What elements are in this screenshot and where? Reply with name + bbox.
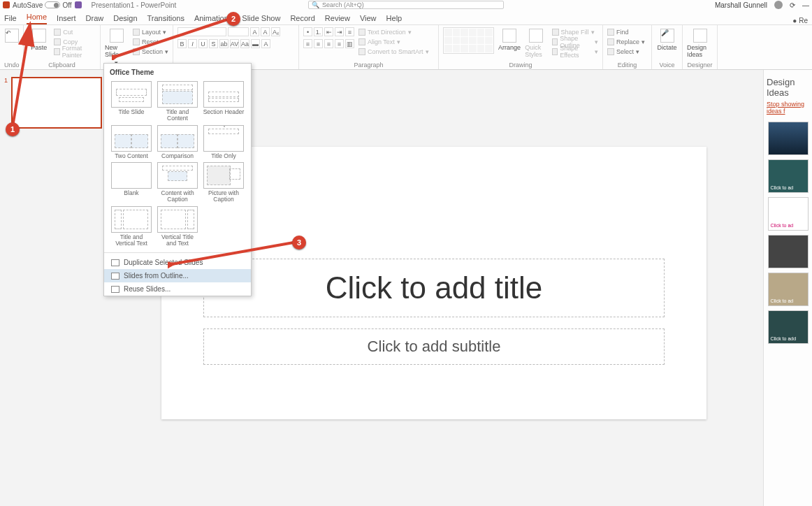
italic-button[interactable]: I [188,39,197,48]
columns-button[interactable]: ▥ [345,39,354,48]
tab-insert[interactable]: Insert [57,12,76,24]
bold-button[interactable]: B [177,39,187,48]
design-idea-thumb[interactable] [768,122,809,155]
cut-icon [54,29,61,36]
indent-inc-button[interactable]: ⇥ [335,27,344,36]
clear-format-button[interactable]: Aᵪ [271,27,280,36]
layout-picture-caption[interactable]: Picture with Caption [202,162,245,203]
numbering-button[interactable]: 1. [314,27,323,36]
find-icon [607,29,614,36]
window-min-icon[interactable]: — [802,1,809,9]
thumb-index: 1 [4,77,8,84]
outline-icon [111,273,119,280]
design-ideas-button[interactable]: Design Ideas [687,27,713,58]
reset-button[interactable]: Reset [133,37,168,46]
tab-file[interactable]: File [4,12,17,24]
font-color-button[interactable]: A [261,39,270,48]
select-button[interactable]: Select ▾ [607,47,645,56]
design-idea-thumb[interactable]: Click to ad [768,159,809,193]
convert-smartart-button[interactable]: Convert to SmartArt ▾ [358,47,429,56]
design-idea-thumb[interactable]: Click to ad [768,197,809,231]
group-undo-label: Undo [4,61,19,68]
tab-slideshow[interactable]: Slide Show [242,12,280,24]
tab-help[interactable]: Help [386,12,403,24]
dictate-button[interactable]: 🎤Dictate [656,27,678,51]
quick-styles-icon [529,29,543,43]
ribbon-tabs: File Home Insert Draw Design Transitions… [0,10,812,25]
avatar[interactable] [774,1,783,9]
replace-button[interactable]: Replace ▾ [607,37,645,46]
justify-button[interactable]: ≡ [335,39,344,48]
save-icon[interactable] [75,1,82,8]
layout-comparison[interactable]: Comparison [156,125,199,159]
layout-title-only[interactable]: Title Only [202,125,245,159]
duplicate-slides-item[interactable]: Duplicate Selected Slides [104,256,251,269]
sync-icon[interactable]: ⟳ [790,1,795,9]
align-text-button[interactable]: Align Text ▾ [358,37,429,46]
font-size-select[interactable] [228,27,249,36]
design-idea-thumb[interactable]: Click to ad [768,273,809,306]
design-idea-thumb[interactable]: Click to add [768,310,809,344]
align-right-button[interactable]: ≡ [324,39,333,48]
align-left-button[interactable]: ≡ [303,39,312,48]
bullets-button[interactable]: • [303,27,312,36]
format-painter-button[interactable]: Format Painter [54,47,96,56]
text-direction-button[interactable]: Text Direction ▾ [358,27,429,36]
new-slide-button[interactable]: New Slide▾ [105,27,129,66]
layout-title-vertical-text[interactable]: Title and Vertical Text [110,206,153,247]
group-voice-label: Voice [656,61,678,68]
stop-showing-link[interactable]: Stop showing ideas f [767,101,809,115]
section-button[interactable]: Section ▾ [133,47,168,56]
title-placeholder[interactable]: Click to add title [203,259,665,317]
cut-button[interactable]: Cut [54,27,96,36]
autosave-toggle[interactable]: AutoSave Off [13,1,72,9]
layout-section-header[interactable]: Section Header [202,81,245,122]
layout-button[interactable]: Layout ▾ [133,27,168,36]
layout-vertical-title-text[interactable]: Vertical Title and Text [156,206,199,247]
tab-review[interactable]: Review [325,12,350,24]
layout-two-content[interactable]: Two Content [110,125,153,159]
copy-icon [54,38,61,45]
align-center-button[interactable]: ≡ [314,39,323,48]
reopen-button[interactable]: ● Re [792,17,808,24]
increase-font-button[interactable]: A [250,27,259,36]
design-idea-thumb[interactable] [768,235,809,268]
indent-dec-button[interactable]: ⇤ [324,27,333,36]
reuse-slides-item[interactable]: Reuse Slides... [104,282,251,296]
tab-transitions[interactable]: Transitions [147,12,184,24]
select-icon [607,48,614,55]
layout-title-content[interactable]: Title and Content [156,81,199,122]
strike-button[interactable]: S [209,39,218,48]
underline-button[interactable]: U [198,39,208,48]
shadow-button[interactable]: ab [219,39,229,48]
arrange-button[interactable]: Arrange [498,27,521,51]
font-family-select[interactable] [177,27,226,36]
paste-button[interactable]: Paste [28,27,50,51]
tab-draw[interactable]: Draw [86,12,104,24]
subtitle-placeholder[interactable]: Click to add subtitle [203,328,665,365]
toggle-icon[interactable] [45,1,60,8]
line-spacing-button[interactable]: ≡ [345,27,354,36]
find-button[interactable]: Find [607,27,645,36]
tab-record[interactable]: Record [290,12,314,24]
case-button[interactable]: Aa [240,39,249,48]
tab-design[interactable]: Design [113,12,137,24]
spacing-button[interactable]: AV [230,39,239,48]
tab-home[interactable]: Home [27,10,47,24]
layout-content-caption[interactable]: Content with Caption [156,162,199,203]
layout-blank[interactable]: Blank [110,162,153,203]
shapes-gallery[interactable] [443,27,494,54]
decrease-font-button[interactable]: A [261,27,270,36]
user-name[interactable]: Marshall Gunnell [715,1,767,9]
slides-from-outline-item[interactable]: Slides from Outline... [104,269,251,282]
title-bar: AutoSave Off Presentation1 - PowerPoint … [0,0,812,10]
quick-styles-button[interactable]: Quick Styles [525,27,547,58]
search-input[interactable]: 🔍 Search (Alt+Q) [308,1,504,9]
shape-effects-button[interactable]: Shape Effects ▾ [552,47,598,56]
slide-thumbnail-1[interactable] [11,77,102,129]
undo-button[interactable]: ↶ [4,27,19,43]
layout-title-slide[interactable]: Title Slide [110,81,153,122]
tab-view[interactable]: View [360,12,377,24]
highlight-button[interactable]: ▬ [251,39,260,48]
outline-icon [552,38,558,45]
